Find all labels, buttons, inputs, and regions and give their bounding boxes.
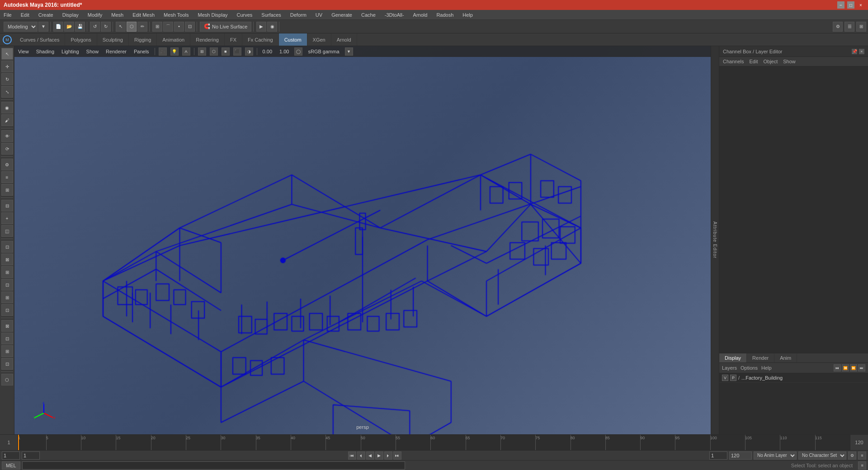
minimize-button[interactable]: −	[837, 1, 844, 9]
ch-channels[interactable]: Channels	[723, 59, 744, 64]
workspace-dropdown[interactable]: Modeling	[4, 22, 38, 32]
new-scene-btn[interactable]: 📄	[53, 22, 63, 32]
menu-surfaces[interactable]: Surfaces	[259, 11, 283, 19]
menu-modify[interactable]: Modify	[86, 11, 104, 19]
snap-curve[interactable]: ⌒	[163, 22, 173, 32]
layer-nav-prev[interactable]: ⏪	[842, 364, 849, 371]
display-layer-btn[interactable]: ⊟	[1, 200, 13, 212]
display-btn[interactable]: ☰	[844, 22, 854, 32]
icon-22[interactable]: ⊡	[1, 358, 13, 370]
vp-cam-btn[interactable]: 🎥	[159, 47, 167, 56]
menu-edit-mesh[interactable]: Edit Mesh	[131, 11, 156, 19]
character-set-dropdown[interactable]: No Character Set	[798, 451, 846, 460]
shelf-tab-custom[interactable]: Custom	[279, 33, 307, 46]
menu-curves[interactable]: Curves	[235, 11, 255, 19]
pb-settings-btn[interactable]: ⚙	[848, 451, 856, 460]
layer-tab-render[interactable]: Render	[747, 353, 774, 362]
workspace-arrow[interactable]: ▼	[38, 22, 48, 32]
timeline-playhead[interactable]	[18, 435, 19, 450]
shelf-tab-rigging[interactable]: Rigging	[129, 33, 157, 46]
timeline-ruler[interactable]: 1510152025303540455055606570758085909510…	[18, 435, 850, 450]
pb-prev-frame[interactable]: ⏴	[357, 451, 365, 460]
ch-object[interactable]: Object	[763, 59, 778, 64]
show-hide-btn[interactable]: 👁	[1, 130, 13, 142]
shelf-tab-fx[interactable]: FX	[225, 33, 242, 46]
range-end-input[interactable]	[729, 451, 752, 460]
snap-grid[interactable]: ⊞	[152, 22, 162, 32]
help-menu[interactable]: Help	[761, 365, 772, 371]
tool-settings-btn[interactable]: ⚙	[1, 159, 13, 170]
save-scene-btn[interactable]: 💾	[75, 22, 85, 32]
vp-solid-btn[interactable]: ■	[222, 47, 230, 56]
shelf-tab-fx-caching[interactable]: Fx Caching	[242, 33, 279, 46]
vp-exposure-btn[interactable]: ◯	[294, 47, 302, 56]
layer-item-factory[interactable]: V P / ...Factory_Building	[719, 373, 868, 383]
pb-goto-start[interactable]: ⏮	[348, 451, 356, 460]
vp-view[interactable]: View	[16, 48, 31, 55]
paint-btn[interactable]: ✏	[137, 22, 147, 32]
ch-edit[interactable]: Edit	[749, 59, 758, 64]
shelf-tab-xgen[interactable]: XGen	[307, 33, 331, 46]
vp-aa-btn[interactable]: A	[182, 47, 190, 56]
menu-generate[interactable]: Generate	[330, 11, 354, 19]
pb-next-frame[interactable]: ⏵	[384, 451, 392, 460]
menu-edit[interactable]: Edit	[19, 11, 31, 19]
icon-15[interactable]: ⊞	[1, 266, 13, 278]
layer-vis-p[interactable]: P	[730, 375, 736, 381]
vp-show[interactable]: Show	[85, 48, 101, 55]
menu-arnold[interactable]: Arnold	[411, 11, 429, 19]
grid-btn[interactable]: ⊞	[856, 22, 866, 32]
select-tool-btn[interactable]: ↖	[1, 48, 13, 60]
mel-button[interactable]: MEL	[2, 461, 20, 470]
channel-box-btn[interactable]: ≡	[1, 171, 13, 183]
snap-point[interactable]: •	[174, 22, 184, 32]
shelf-tab-curves-surfaces[interactable]: Curves / Surfaces	[14, 33, 65, 46]
close-button[interactable]: ×	[857, 1, 864, 9]
menu-radosh[interactable]: Radosh	[434, 11, 455, 19]
lasso-btn[interactable]: ⬡	[127, 22, 137, 32]
render-btn[interactable]: ▶	[256, 22, 266, 32]
undo-btn[interactable]: ↺	[90, 22, 100, 32]
open-scene-btn[interactable]: 📂	[64, 22, 74, 32]
options-menu[interactable]: Options	[741, 365, 758, 371]
vp-renderer[interactable]: Renderer	[104, 48, 128, 55]
current-frame-input[interactable]	[2, 451, 20, 460]
anim-layer-dropdown[interactable]: No Anim Layer	[754, 451, 797, 460]
icon-21[interactable]: ⊞	[1, 345, 13, 357]
menu-mesh-display[interactable]: Mesh Display	[196, 11, 229, 19]
panel-pin-btn[interactable]: 📌	[852, 49, 857, 54]
pb-goto-end[interactable]: ⏭	[393, 451, 401, 460]
vp-light-btn[interactable]: 💡	[170, 47, 179, 56]
menu-display[interactable]: Display	[61, 11, 80, 19]
vp-texture-btn[interactable]: ⬛	[233, 47, 241, 56]
script-editor-btn[interactable]: ≡	[858, 461, 866, 470]
layer-tab-anim[interactable]: Anim	[774, 353, 797, 362]
menu-file[interactable]: File	[2, 11, 14, 19]
layer-nav-first[interactable]: ⏮	[834, 364, 841, 371]
shelf-tab-arnold[interactable]: Arnold	[331, 33, 357, 46]
ipr-btn[interactable]: ◉	[267, 22, 277, 32]
viewport-area[interactable]: View Shading Lighting Show Renderer Pane…	[14, 46, 711, 434]
pb-play-back[interactable]: ◀	[366, 451, 374, 460]
shelf-tab-rendering[interactable]: Rendering	[190, 33, 225, 46]
menu-uv[interactable]: UV	[314, 11, 324, 19]
redo-btn[interactable]: ↻	[101, 22, 111, 32]
prefs-btn[interactable]: ⚙	[833, 22, 843, 32]
menu-deform[interactable]: Deform	[288, 11, 308, 19]
maximize-button[interactable]: □	[847, 1, 854, 9]
range-start-input[interactable]	[709, 451, 727, 460]
shelf-tab-sculpting[interactable]: Sculpting	[97, 33, 129, 46]
layer-tab-display[interactable]: Display	[719, 353, 747, 362]
layers-menu[interactable]: Layers	[722, 365, 737, 371]
vp-grid-btn[interactable]: ⊞	[198, 47, 206, 56]
pb-play-fwd[interactable]: ▶	[375, 451, 383, 460]
sub-frame-input[interactable]	[22, 451, 40, 460]
vp-shading[interactable]: Shading	[34, 48, 56, 55]
ch-show[interactable]: Show	[783, 59, 796, 64]
select-btn[interactable]: ↖	[116, 22, 126, 32]
vp-panels[interactable]: Panels	[132, 48, 151, 55]
icon-20[interactable]: ⊡	[1, 333, 13, 344]
history-btn[interactable]: ⟳	[1, 143, 13, 155]
rotate-tool-btn[interactable]: ↻	[1, 73, 13, 85]
menu-create[interactable]: Create	[37, 11, 55, 19]
